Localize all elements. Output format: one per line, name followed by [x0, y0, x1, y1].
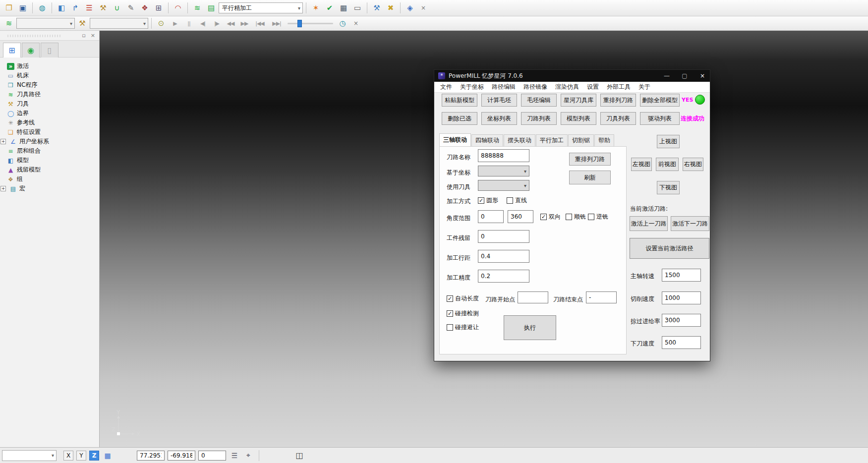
measure-icon[interactable]: ▭ — [351, 2, 364, 14]
swap-axes-icon[interactable]: ✖ — [384, 2, 397, 14]
boundary-icon[interactable]: ∪ — [111, 2, 123, 14]
tool-list-button[interactable]: 刀具列表 — [600, 112, 636, 125]
expander-icon[interactable]: + — [0, 186, 6, 191]
save-project-icon[interactable]: ▣ — [16, 2, 29, 14]
step-forward-icon[interactable]: |▶ — [210, 17, 223, 29]
delete-selected-button[interactable]: 删除已选 — [442, 112, 477, 125]
delete-all-models-button[interactable]: 删除全部模型 — [640, 94, 680, 107]
menu-path-mirror[interactable]: 路径镜像 — [523, 83, 547, 91]
menu-about[interactable]: 关于 — [638, 83, 650, 91]
tree-item-macros[interactable]: +▤宏 — [7, 184, 99, 193]
end-point-input[interactable] — [586, 291, 617, 303]
menu-file[interactable]: 文件 — [440, 83, 452, 91]
tree-item-models[interactable]: ◧模型 — [7, 156, 99, 165]
close-icon[interactable]: × — [699, 72, 706, 79]
stock-allowance-input[interactable] — [478, 230, 529, 243]
tree-item-boundaries[interactable]: ◯边界 — [7, 109, 99, 118]
step-back-icon[interactable]: ◀| — [196, 17, 209, 29]
cutting-feed-input[interactable] — [662, 291, 701, 304]
feature-set-icon[interactable]: ❖ — [138, 2, 151, 14]
skim-feed-input[interactable] — [662, 314, 701, 327]
tab-swivel[interactable]: 摆头联动 — [504, 134, 535, 146]
pause-icon[interactable]: || — [182, 17, 195, 29]
strategy-list-icon[interactable]: ▤ — [205, 2, 218, 14]
menu-external-tools[interactable]: 外部工具 — [607, 83, 631, 91]
grid-icon[interactable]: ▦ — [102, 452, 113, 460]
tree-item-feature-sets[interactable]: ❏特征设置 — [7, 127, 99, 137]
tool-icon[interactable]: ⚒ — [97, 2, 110, 14]
sim-toolpath-dropdown[interactable]: ▾ — [16, 18, 75, 29]
model-list-button[interactable]: 模型列表 — [561, 112, 596, 125]
plunge-feed-input[interactable] — [662, 336, 701, 349]
tab-4axis[interactable]: 四轴联动 — [471, 134, 503, 146]
menu-coordinates[interactable]: 关于坐标 — [460, 83, 484, 91]
print-icon[interactable]: ◍ — [36, 2, 49, 14]
view-front-button[interactable]: 前视图 — [656, 158, 679, 171]
tree-item-patterns[interactable]: ✳参考线 — [7, 118, 99, 127]
float-panel-icon[interactable]: ▫ — [81, 32, 86, 39]
angle-from-input[interactable] — [478, 210, 504, 223]
open-project-icon[interactable]: ❐ — [2, 2, 15, 14]
model-icon[interactable]: ◧ — [55, 2, 68, 14]
expander-icon[interactable]: + — [0, 139, 6, 144]
toolpath-list-button[interactable]: 刀路列表 — [521, 112, 557, 125]
rearrange-button[interactable]: 重排列刀路 — [569, 153, 611, 166]
axis-y-button[interactable]: Y — [76, 451, 86, 461]
collision-pair-icon[interactable]: ◈ — [404, 2, 416, 14]
slider-thumb[interactable] — [297, 20, 302, 27]
tab-help[interactable]: 帮助 — [594, 134, 614, 146]
tab-explorer-web[interactable]: ◉ — [22, 43, 40, 58]
coord-y-input[interactable] — [168, 451, 195, 461]
strategy-dropdown[interactable]: 平行精加工 ▾ — [219, 2, 303, 13]
collision-avoid-checkbox[interactable]: 碰撞避让 — [447, 323, 479, 332]
panel-toggle-icon[interactable]: ◫ — [294, 451, 305, 460]
flash-tool-icon[interactable]: ✶ — [309, 2, 322, 14]
conventional-mill-checkbox[interactable]: 逆铣 — [588, 213, 608, 221]
pattern-icon[interactable]: ✎ — [124, 2, 137, 14]
angle-to-input[interactable] — [508, 210, 533, 223]
tree-item-active[interactable]: »激活 — [7, 61, 99, 71]
climb-mill-checkbox[interactable]: 顺铣 — [566, 213, 586, 221]
tool-pair-icon[interactable]: ⚒ — [370, 2, 383, 14]
go-to-start-icon[interactable]: |◀◀ — [252, 17, 268, 29]
toolpath-jump-icon[interactable]: ↱ — [69, 2, 82, 14]
verify-toolpath-icon[interactable]: ✔ — [323, 2, 336, 14]
locate-icon[interactable]: ⌖ — [243, 451, 254, 460]
tree-item-machine[interactable]: ▭机床 — [7, 71, 99, 80]
simulation-speed-slider[interactable] — [288, 18, 333, 28]
close-panel-icon[interactable]: × — [90, 32, 96, 39]
activate-prev-button[interactable]: 激活上一刀路 — [630, 216, 668, 231]
rewind-icon[interactable]: ◀◀ — [224, 17, 237, 29]
tab-explorer-tree[interactable]: ⊞ — [3, 43, 21, 58]
tool-block-icon[interactable]: ⊞ — [152, 2, 165, 14]
coord-z-input[interactable] — [198, 451, 226, 461]
tree-item-stock-models[interactable]: ▲残留模型 — [7, 165, 99, 174]
execute-button[interactable]: 执行 — [504, 315, 556, 340]
minimize-icon[interactable]: — — [663, 72, 670, 79]
calc-block-button[interactable]: 计算毛坯 — [481, 94, 517, 107]
calculator-icon[interactable]: ▦ — [337, 2, 350, 14]
tree-item-workplanes[interactable]: +∠用户坐标系 — [7, 137, 99, 146]
tab-saw[interactable]: 切割锯 — [568, 134, 594, 146]
close-toolbar-icon[interactable]: × — [350, 18, 362, 29]
tab-explorer-recycle[interactable]: ▯ — [41, 43, 58, 58]
simulation-icon[interactable]: ◠ — [172, 2, 184, 14]
toolpath-name-input[interactable] — [478, 149, 529, 162]
paste-model-button[interactable]: 粘贴新模型 — [442, 94, 477, 107]
go-to-end-icon[interactable]: ▶▶| — [269, 17, 285, 29]
drive-list-button[interactable]: 驱动列表 — [640, 112, 680, 125]
view-right-button[interactable]: 右视图 — [683, 158, 703, 171]
view-bottom-button[interactable]: 下视图 — [657, 181, 680, 194]
tool-library-button[interactable]: 星河刀具库 — [561, 94, 596, 107]
axis-z-button[interactable]: Z — [89, 451, 99, 461]
stepover-input[interactable] — [478, 250, 529, 263]
shade-bulb-icon[interactable]: ⊙ — [155, 17, 168, 29]
play-icon[interactable]: ▶ — [169, 17, 181, 29]
coord-base-dropdown[interactable]: ▾ — [478, 166, 529, 176]
tab-3axis[interactable]: 三轴联动 — [439, 133, 471, 146]
clock-icon[interactable]: ◷ — [336, 17, 349, 29]
tree-item-nc-programs[interactable]: ❒NC程序 — [7, 80, 99, 90]
close-toolbar-icon[interactable]: × — [417, 2, 429, 13]
tab-parallel[interactable]: 平行加工 — [536, 134, 568, 146]
activate-next-button[interactable]: 激活下一刀路 — [671, 216, 709, 231]
